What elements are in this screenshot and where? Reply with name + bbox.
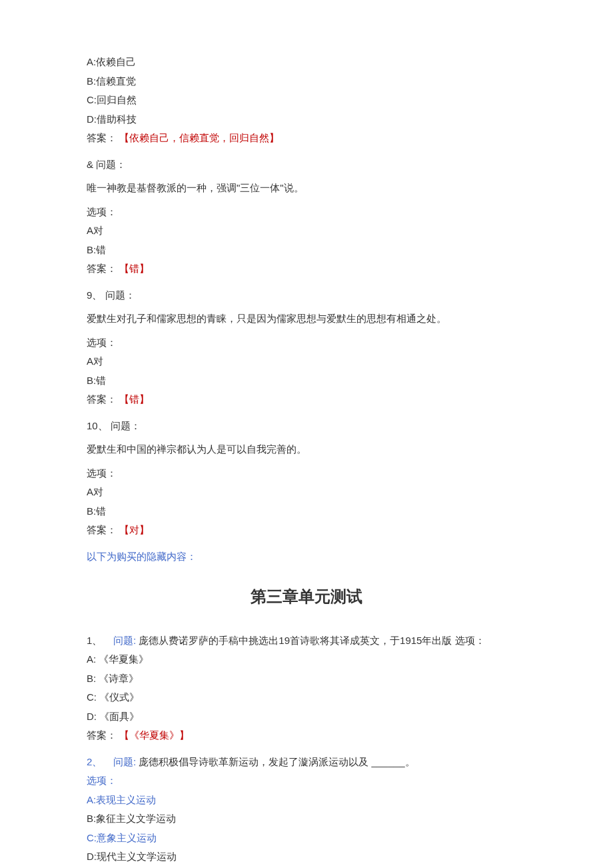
question-header: 2、 问题: 庞德积极倡导诗歌革新运动，发起了漩涡派运动以及 ______。: [87, 753, 526, 771]
question-stem: 庞德积极倡导诗歌革新运动，发起了漩涡派运动以及 ______。: [139, 756, 414, 767]
option-b: B:错: [87, 241, 526, 259]
option-c: C:意象主义运动: [87, 829, 526, 847]
answer-line: 答案： 【《华夏集》】: [87, 727, 526, 744]
option-a: A对: [87, 353, 526, 370]
option-d: D:借助科技: [87, 111, 526, 128]
question-stem: 庞德从费诺罗萨的手稿中挑选出19首诗歌将其译成英文，于1915年出版 选项：: [139, 635, 484, 646]
question-stem: 爱默生和中国的禅宗都认为人是可以自我完善的。: [87, 441, 526, 458]
question-stem: 爱默生对孔子和儒家思想的青睐，只是因为儒家思想与爱默生的思想有相通之处。: [87, 310, 526, 327]
option-c: C: 《仪式》: [87, 689, 526, 706]
option-d: D:现代主义文学运动: [87, 848, 526, 865]
answer-label: 答案：: [87, 132, 117, 143]
option-b: B:信赖直觉: [87, 73, 526, 90]
option-a: A对: [87, 483, 526, 501]
chapter-title: 第三章单元测试: [87, 583, 526, 611]
answer-label: 答案：: [87, 729, 117, 741]
answer-value: 【依赖自己，信赖直觉，回归自然】: [119, 132, 279, 143]
question-8: & 问题： 唯一神教是基督教派的一种，强调"三位一体"说。 选项： A对 B:错…: [87, 156, 526, 277]
answer-line: 答案： 【错】: [87, 260, 526, 277]
question-label: 问题:: [113, 756, 136, 767]
chapter3-question-2: 2、 问题: 庞德积极倡导诗歌革新运动，发起了漩涡派运动以及 ______。 选…: [87, 753, 526, 865]
answer-value: 【错】: [119, 393, 149, 405]
question-9: 9、 问题： 爱默生对孔子和儒家思想的青睐，只是因为儒家思想与爱默生的思想有相通…: [87, 287, 526, 408]
option-a: A: 《华夏集》: [87, 651, 526, 668]
answer-label: 答案：: [87, 263, 117, 274]
answer-label: 答案：: [87, 393, 117, 405]
option-a: A:依赖自己: [87, 53, 526, 71]
answer-value: 【《华夏集》】: [119, 729, 189, 741]
option-a: A:表现主义运动: [87, 791, 526, 809]
answer-line: 答案： 【对】: [87, 521, 526, 539]
options-label: 选项：: [87, 334, 526, 351]
question-header: 1、 问题: 庞德从费诺罗萨的手稿中挑选出19首诗歌将其译成英文，于1915年出…: [87, 632, 526, 649]
question-prefix: 2、: [87, 756, 102, 767]
chapter3-question-1: 1、 问题: 庞德从费诺罗萨的手稿中挑选出19首诗歌将其译成英文，于1915年出…: [87, 632, 526, 744]
answer-value: 【错】: [119, 263, 149, 274]
options-label: 选项：: [87, 772, 526, 789]
options-label: 选项：: [87, 203, 526, 221]
answer-value: 【对】: [119, 524, 149, 535]
question-stem: 唯一神教是基督教派的一种，强调"三位一体"说。: [87, 179, 526, 197]
question-prefix: 1、: [87, 635, 102, 646]
question-7-options: A:依赖自己 B:信赖直觉 C:回归自然 D:借助科技 答案： 【依赖自己，信赖…: [87, 53, 526, 147]
question-number: & 问题：: [87, 156, 526, 173]
options-label: 选项：: [87, 465, 526, 482]
question-number: 10、 问题：: [87, 417, 526, 435]
answer-label: 答案：: [87, 524, 117, 535]
hidden-content-note: 以下为购买的隐藏内容：: [87, 548, 526, 565]
question-label: 问题:: [113, 635, 136, 646]
option-b: B:错: [87, 503, 526, 520]
option-b: B:错: [87, 372, 526, 389]
option-d: D: 《面具》: [87, 708, 526, 725]
answer-line: 答案： 【错】: [87, 391, 526, 408]
option-b: B: 《诗章》: [87, 670, 526, 687]
answer-line: 答案： 【依赖自己，信赖直觉，回归自然】: [87, 129, 526, 147]
option-a: A对: [87, 222, 526, 239]
option-c: C:回归自然: [87, 91, 526, 109]
question-10: 10、 问题： 爱默生和中国的禅宗都认为人是可以自我完善的。 选项： A对 B:…: [87, 417, 526, 539]
option-b: B:象征主义文学运动: [87, 810, 526, 827]
question-number: 9、 问题：: [87, 287, 526, 304]
